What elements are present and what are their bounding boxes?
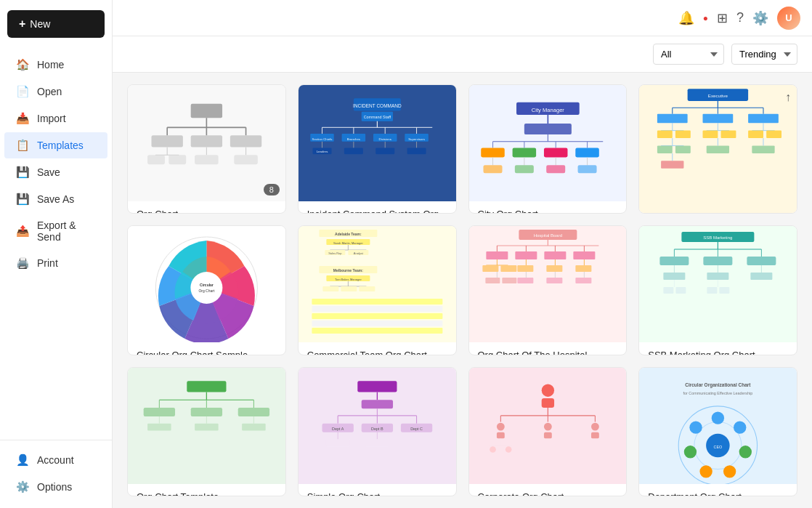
options-icon: ⚙️ [16, 480, 30, 493]
card-preview-bottom-4: Circular Organizational Chart for Commun… [639, 368, 797, 484]
sidebar-item-home-label: Home [37, 59, 64, 70]
user-avatar[interactable]: U [777, 7, 800, 30]
templates-icon: 📋 [16, 139, 30, 152]
card-preview-ssb: SSB Marketing [639, 226, 797, 342]
card-info-ssb: SSB Marketing Org Chart 👁 4 ♡ 1 ⎘ 3 M [639, 342, 797, 355]
account-icon: 👤 [16, 453, 30, 467]
card-info-org-chart-1: Org Chart 👁 0 ♡ 0 ⎘ 0 P [128, 201, 285, 214]
sidebar-item-open-label: Open [37, 86, 62, 97]
main-content: 🔔 ● ⊞ ? ⚙️ U All Business Education Pers… [113, 0, 812, 508]
sidebar-item-save[interactable]: 💾 Save [4, 159, 107, 185]
card-title-incident: Incident Command System Org Chart [307, 209, 447, 214]
sidebar-item-home[interactable]: 🏠 Home [4, 52, 107, 78]
use-immediately-button-bottom-4[interactable]: Use immediately [667, 414, 768, 437]
import-icon: 📥 [16, 112, 30, 125]
settings-icon[interactable]: ⚙️ [752, 10, 768, 26]
card-preview-bottom-3: Use immediately [469, 368, 627, 484]
card-info-bottom-3: Corporate Org Chart 👁 15 ♡ 3 ⎘ 7 C [469, 484, 627, 496]
sidebar-item-open[interactable]: 📄 Open [4, 78, 107, 105]
card-preview-org-chart-right: Executive [639, 85, 797, 214]
template-card-ssb[interactable]: SSB Marketing [638, 225, 797, 355]
sidebar-item-templates-label: Templates [37, 140, 84, 151]
card-preview-org-chart-1: 8 Use immediately [128, 85, 285, 201]
category-filter[interactable]: All Business Education Personal [653, 44, 724, 65]
export-icon: 📤 [16, 225, 30, 238]
plus-icon: + [19, 17, 25, 31]
sidebar-item-save-label: Save [37, 166, 60, 178]
topbar: 🔔 ● ⊞ ? ⚙️ U [113, 0, 812, 36]
new-button[interactable]: + New [7, 10, 105, 38]
card-info-bottom-1: Org Chart Template 👁 12 ♡ 2 ⎘ 5 T [128, 484, 285, 496]
card-info-incident: Incident Command System Org Chart 👁 4 ♡ … [299, 201, 456, 214]
sidebar-item-save-as[interactable]: 💾 Save As [4, 186, 107, 212]
card-title-ssb: SSB Marketing Org Chart [648, 350, 788, 355]
sidebar-item-import-label: Import [37, 113, 66, 124]
save-icon: 💾 [16, 166, 30, 179]
use-immediately-button-org-chart-right[interactable]: Use immediately [667, 161, 768, 184]
grid-icon[interactable]: ⊞ [717, 10, 728, 26]
help-icon[interactable]: ? [736, 10, 744, 25]
template-card-hospital[interactable]: Hospital Board [468, 225, 628, 355]
new-label: New [30, 18, 50, 30]
sidebar-item-options[interactable]: ⚙️ Options [4, 474, 107, 500]
card-info-commercial: Commercial Team Org Chart 👁 5 ♡ 0 ⎘ 1 C [299, 342, 456, 355]
sidebar-item-export[interactable]: 📤 Export & Send [4, 213, 107, 249]
card-info-bottom-2: Simple Org Chart 👁 8 ♡ 1 ⎘ 3 S [299, 484, 456, 496]
template-card-city-org[interactable]: City Manager [468, 84, 628, 214]
template-card-bottom-4[interactable]: Circular Organizational Chart for Commun… [638, 367, 797, 496]
use-immediately-button-incident[interactable]: Use immediately [327, 132, 428, 155]
use-immediately-button-circular[interactable]: Use immediately [156, 273, 257, 296]
sidebar-item-options-label: Options [37, 481, 72, 493]
sidebar-bottom: 👤 Account ⚙️ Options [0, 440, 112, 508]
card-title-commercial: Commercial Team Org Chart [307, 350, 447, 355]
use-immediately-button[interactable]: Use immediately [156, 132, 257, 155]
card-info-city-org: City Org Chart 👁 0 ♡ 0 ⎘ 0 E [469, 201, 627, 214]
card-preview-commercial: Adelaide Team: Sarah Martin, Manager Sal… [299, 226, 456, 342]
card-preview-bottom-1: Use immediately [128, 368, 285, 484]
sidebar: + New 🏠 Home 📄 Open 📥 Import 📋 Templates… [0, 0, 113, 508]
use-immediately-button-bottom-2[interactable]: Use immediately [327, 414, 428, 437]
use-immediately-button-bottom-1[interactable]: Use immediately [156, 414, 257, 437]
templates-grid: 8 Use immediately Org Chart 👁 0 ♡ 0 [113, 73, 812, 508]
card-title-circular: Circular Org Chart Sample [137, 350, 277, 355]
sort-filter[interactable]: Trending Newest Popular [731, 44, 797, 65]
sidebar-item-print-label: Print [37, 257, 58, 269]
card-preview-hospital: Hospital Board [469, 226, 627, 342]
card-info-hospital: Org Chart Of The Hospital 👁 2.0k ♡ 26 ⎘ … [469, 342, 627, 355]
sidebar-item-import[interactable]: 📥 Import [4, 105, 107, 132]
template-card-bottom-3[interactable]: Use immediately Corporate Org Chart 👁 15… [468, 367, 628, 496]
card-title-bottom-4: Department Org Chart [648, 491, 788, 496]
card-preview-city-org: City Manager [469, 85, 627, 201]
use-immediately-button-hospital[interactable]: Use immediately [498, 273, 598, 296]
use-immediately-button-ssb[interactable]: Use immediately [667, 273, 768, 296]
template-card-incident[interactable]: INCIDENT COMMAND Command Staff Section C… [298, 84, 457, 214]
template-card-org-chart-1[interactable]: 8 Use immediately Org Chart 👁 0 ♡ 0 [127, 84, 286, 214]
template-card-commercial[interactable]: Adelaide Team: Sarah Martin, Manager Sal… [298, 225, 457, 355]
home-icon: 🏠 [16, 58, 30, 71]
template-card-org-chart-right[interactable]: Executive [638, 84, 797, 214]
notification-icon[interactable]: ● [703, 13, 708, 23]
featured-icon: ↑ [785, 91, 791, 104]
use-immediately-button-city-org[interactable]: Use immediately [498, 132, 598, 155]
card-preview-bottom-2: Dept A Dept B Dept C Use immediately [299, 368, 456, 484]
use-immediately-button-commercial[interactable]: Use immediately [327, 273, 428, 296]
card-preview-incident: INCIDENT COMMAND Command Staff Section C… [299, 85, 456, 201]
sidebar-item-account[interactable]: 👤 Account [4, 447, 107, 473]
card-title-bottom-1: Org Chart Template [137, 491, 277, 496]
print-icon: 🖨️ [16, 257, 30, 270]
template-card-bottom-1[interactable]: Use immediately Org Chart Template 👁 12 … [127, 367, 286, 496]
save-as-icon: 💾 [16, 193, 30, 206]
card-title-city-org: City Org Chart [478, 209, 618, 214]
card-title-bottom-3: Corporate Org Chart [478, 491, 618, 496]
card-preview-circular: Circular Org Chart Use immediately [128, 226, 285, 342]
use-immediately-button-bottom-3[interactable]: Use immediately [498, 414, 598, 437]
template-card-bottom-2[interactable]: Dept A Dept B Dept C Use immediately Sim… [298, 367, 457, 496]
card-title-hospital: Org Chart Of The Hospital [478, 350, 618, 355]
sidebar-item-print[interactable]: 🖨️ Print [4, 250, 107, 276]
template-card-circular[interactable]: Circular Org Chart Use immediately Circu… [127, 225, 286, 355]
sidebar-item-templates[interactable]: 📋 Templates [4, 132, 107, 158]
card-title-bottom-2: Simple Org Chart [307, 491, 447, 496]
bell-icon[interactable]: 🔔 [678, 10, 694, 26]
sidebar-item-account-label: Account [37, 454, 74, 466]
card-info-bottom-4: Department Org Chart 👁 6 ♡ 0 ⎘ 2 D [639, 484, 797, 496]
